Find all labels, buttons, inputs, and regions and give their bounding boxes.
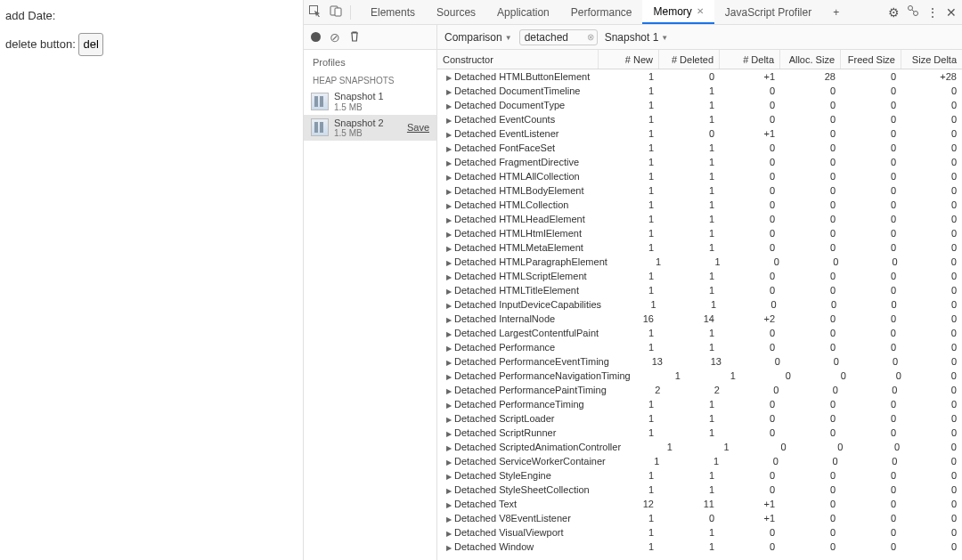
expand-icon[interactable]: ▶ xyxy=(446,345,452,353)
table-row[interactable]: ▶Detached StyleEngine110000 xyxy=(437,468,962,483)
table-row[interactable]: ▶Detached HTMLHtmlElement110000 xyxy=(437,226,962,240)
expand-icon[interactable]: ▶ xyxy=(446,330,452,338)
expand-icon[interactable]: ▶ xyxy=(446,544,452,552)
expand-icon[interactable]: ▶ xyxy=(446,416,452,424)
tab-application[interactable]: Application xyxy=(486,0,560,24)
table-row[interactable]: ▶Detached ScriptRunner110000 xyxy=(437,426,962,440)
snapshot-item[interactable]: Snapshot 2 1.5 MB Save xyxy=(304,115,436,142)
trash-icon[interactable] xyxy=(349,30,360,45)
tab-sources[interactable]: Sources xyxy=(426,0,486,24)
table-row[interactable]: ▶Detached DocumentType110000 xyxy=(437,98,962,112)
table-row[interactable]: ▶Detached HTMLHeadElement110000 xyxy=(437,212,962,226)
table-row[interactable]: ▶Detached Window110000 xyxy=(437,540,962,554)
table-row[interactable]: ▶Detached HTMLButtonElement10+1280+28 xyxy=(437,69,962,84)
baseline-select[interactable]: Snapshot 1▼ xyxy=(605,31,669,44)
expand-icon[interactable]: ▶ xyxy=(446,145,452,153)
table-row[interactable]: ▶Detached LargestContentfulPaint110000 xyxy=(437,326,962,340)
expand-icon[interactable]: ▶ xyxy=(446,515,452,523)
expand-icon[interactable]: ▶ xyxy=(446,373,452,381)
expand-icon[interactable]: ▶ xyxy=(446,174,452,182)
experiments-icon[interactable] xyxy=(907,4,919,20)
table-row[interactable]: ▶Detached HTMLScriptElement110000 xyxy=(437,269,962,283)
expand-icon[interactable]: ▶ xyxy=(446,117,452,125)
table-row[interactable]: ▶Detached DocumentTimeline110000 xyxy=(437,84,962,98)
expand-icon[interactable]: ▶ xyxy=(446,473,452,481)
expand-icon[interactable]: ▶ xyxy=(446,273,452,281)
table-row[interactable]: ▶Detached HTMLParagraphElement110000 xyxy=(437,255,962,269)
table-row[interactable]: ▶Detached FontFaceSet110000 xyxy=(437,141,962,155)
del-button[interactable]: del xyxy=(78,33,102,57)
expand-icon[interactable]: ▶ xyxy=(446,288,452,296)
tab-javascript-profiler[interactable]: JavaScript Profiler xyxy=(714,0,822,24)
clear-filter-icon[interactable]: ⊗ xyxy=(587,32,594,42)
table-row[interactable]: ▶Detached HTMLAllCollection110000 xyxy=(437,169,962,183)
snapshot-save-link[interactable]: Save xyxy=(407,122,429,133)
table-row[interactable]: ▶Detached PerformancePaintTiming220000 xyxy=(437,383,962,397)
devtools-close-icon[interactable]: ✕ xyxy=(946,5,957,20)
table-row[interactable]: ▶Detached StyleSheetCollection110000 xyxy=(437,483,962,497)
expand-icon[interactable]: ▶ xyxy=(446,188,452,196)
view-select[interactable]: Comparison▼ xyxy=(444,31,512,44)
table-row[interactable]: ▶Detached InputDeviceCapabilities110000 xyxy=(437,297,962,312)
class-filter-input[interactable]: detached ⊗ xyxy=(519,29,598,45)
expand-icon[interactable]: ▶ xyxy=(446,387,452,395)
table-row[interactable]: ▶Detached EventListener10+1000 xyxy=(437,126,962,141)
table-row[interactable]: ▶Detached VisualViewport110000 xyxy=(437,525,962,540)
col-delta[interactable]: # Delta xyxy=(720,50,780,69)
table-row[interactable]: ▶Detached EventCounts110000 xyxy=(437,112,962,126)
tab-memory[interactable]: Memory✕ xyxy=(642,0,713,24)
table-row[interactable]: ▶Detached HTMLTitleElement110000 xyxy=(437,283,962,297)
expand-icon[interactable]: ▶ xyxy=(446,359,452,367)
table-row[interactable]: ▶Detached Performance110000 xyxy=(437,340,962,354)
expand-icon[interactable]: ▶ xyxy=(446,245,452,253)
expand-icon[interactable]: ▶ xyxy=(446,102,452,110)
expand-icon[interactable]: ▶ xyxy=(446,131,452,139)
table-row[interactable]: ▶Detached PerformanceNavigationTiming110… xyxy=(437,369,962,383)
close-icon[interactable]: ✕ xyxy=(697,6,704,16)
col-freed-size[interactable]: Freed Size xyxy=(841,50,901,69)
table-row[interactable]: ▶Detached ScriptedAnimationController110… xyxy=(437,440,962,454)
tab-add[interactable]: + xyxy=(822,0,850,24)
col-size-delta[interactable]: Size Delta xyxy=(901,50,962,69)
expand-icon[interactable]: ▶ xyxy=(446,501,452,509)
expand-icon[interactable]: ▶ xyxy=(446,159,452,167)
clear-icon[interactable]: ⊘ xyxy=(330,30,340,45)
record-icon[interactable] xyxy=(311,32,321,42)
table-row[interactable]: ▶Detached HTMLMetaElement110000 xyxy=(437,240,962,255)
expand-icon[interactable]: ▶ xyxy=(446,487,452,495)
table-row[interactable]: ▶Detached FragmentDirective110000 xyxy=(437,155,962,169)
col-new[interactable]: # New xyxy=(599,50,659,69)
expand-icon[interactable]: ▶ xyxy=(446,259,452,267)
tab-performance[interactable]: Performance xyxy=(560,0,643,24)
expand-icon[interactable]: ▶ xyxy=(446,459,452,467)
table-row[interactable]: ▶Detached HTMLCollection110000 xyxy=(437,198,962,212)
tab-elements[interactable]: Elements xyxy=(360,0,426,24)
col-deleted[interactable]: # Deleted xyxy=(659,50,720,69)
table-row[interactable]: ▶Detached PerformanceEventTiming13130000 xyxy=(437,354,962,369)
expand-icon[interactable]: ▶ xyxy=(446,231,452,239)
inspect-icon[interactable] xyxy=(304,4,325,20)
table-row[interactable]: ▶Detached V8EventListener10+1000 xyxy=(437,511,962,525)
expand-icon[interactable]: ▶ xyxy=(446,530,452,538)
expand-icon[interactable]: ▶ xyxy=(446,402,452,410)
expand-icon[interactable]: ▶ xyxy=(446,88,452,96)
table-row[interactable]: ▶Detached InternalNode1614+2000 xyxy=(437,312,962,326)
col-constructor[interactable]: Constructor xyxy=(437,50,599,69)
kebab-icon[interactable]: ⋮ xyxy=(926,5,939,20)
expand-icon[interactable]: ▶ xyxy=(446,444,452,452)
gear-icon[interactable]: ⚙ xyxy=(888,5,900,20)
snapshot-item[interactable]: Snapshot 1 1.5 MB xyxy=(304,88,436,115)
table-row[interactable]: ▶Detached PerformanceTiming110000 xyxy=(437,397,962,411)
expand-icon[interactable]: ▶ xyxy=(446,74,452,82)
col-alloc-size[interactable]: Alloc. Size xyxy=(780,50,841,69)
table-row[interactable]: ▶Detached ServiceWorkerContainer110000 xyxy=(437,454,962,468)
expand-icon[interactable]: ▶ xyxy=(446,216,452,224)
device-toggle-icon[interactable] xyxy=(325,4,346,20)
expand-icon[interactable]: ▶ xyxy=(446,302,452,310)
table-row[interactable]: ▶Detached Text1211+1000 xyxy=(437,497,962,511)
expand-icon[interactable]: ▶ xyxy=(446,430,452,438)
table-row[interactable]: ▶Detached ScriptLoader110000 xyxy=(437,411,962,426)
table-row[interactable]: ▶Detached HTMLBodyElement110000 xyxy=(437,183,962,198)
expand-icon[interactable]: ▶ xyxy=(446,202,452,210)
expand-icon[interactable]: ▶ xyxy=(446,316,452,324)
